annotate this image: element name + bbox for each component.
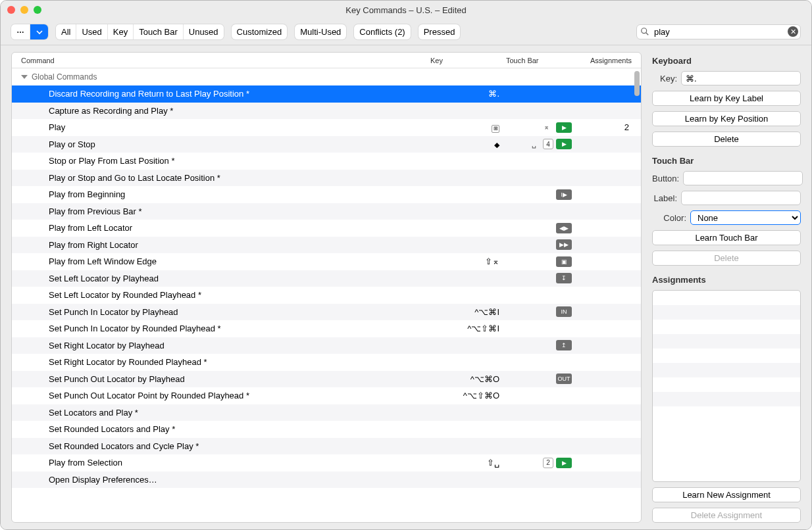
command-name: Set Right Locator by Rounded Playhead * xyxy=(12,357,430,367)
group-header[interactable]: Global Commands xyxy=(12,68,641,85)
toolbar-customized[interactable]: Customized xyxy=(232,24,288,39)
disclosure-icon[interactable] xyxy=(21,75,28,79)
assignments-list[interactable] xyxy=(652,290,801,482)
table-row[interactable]: Play from Right Locator▶▶ xyxy=(12,237,641,254)
touchbar-icon: ◀▶ xyxy=(556,223,572,233)
table-row[interactable]: Set Right Locator by Playhead↥ xyxy=(12,337,641,354)
command-name: Play from Left Locator xyxy=(12,223,430,233)
touchbar-cell: ↧ xyxy=(506,273,578,283)
table-row[interactable]: Play⊞⌅▶2 xyxy=(12,119,641,136)
learn-by-key-position-button[interactable]: Learn by Key Position xyxy=(652,111,801,126)
col-touchbar[interactable]: Touch Bar xyxy=(506,57,578,64)
table-row[interactable]: Set Locators and Play * xyxy=(12,404,641,422)
table-row[interactable]: Play from Selection⇧␣2▶ xyxy=(12,454,641,471)
table-row[interactable]: Play from BeginningI▶ xyxy=(12,186,641,203)
command-name: Play from Right Locator xyxy=(12,240,430,250)
table-row[interactable]: Play from Previous Bar * xyxy=(12,203,641,220)
learn-by-key-label-button[interactable]: Learn by Key Label xyxy=(652,91,801,106)
command-name: Play xyxy=(12,122,430,132)
touchbar-cell: ␣4▶ xyxy=(506,139,578,149)
table-row[interactable]: Play from Left Window Edge⇧⌅▣ xyxy=(12,253,641,270)
command-name: Set Right Locator by Playhead xyxy=(12,341,430,350)
options-menu-icon[interactable] xyxy=(11,24,30,39)
toolbar-conflicts-2-[interactable]: Conflicts (2) xyxy=(354,24,410,39)
delete-key-button[interactable]: Delete xyxy=(652,132,801,147)
table-row[interactable]: Discard Recording and Return to Last Pla… xyxy=(12,85,641,103)
toolbar-multi-used[interactable]: Multi-Used xyxy=(295,24,346,39)
inspector-panel: Keyboard Key: Learn by Key Label Learn b… xyxy=(647,45,811,529)
tb-button-label: Button: xyxy=(652,174,679,183)
command-name: Play from Selection xyxy=(12,458,430,468)
clear-search-icon[interactable]: ✕ xyxy=(788,26,798,37)
tb-button-field[interactable] xyxy=(683,171,803,185)
table-row[interactable]: Set Punch In Locator by Rounded Playhead… xyxy=(12,320,641,337)
delete-assignment-button[interactable]: Delete Assignment xyxy=(652,508,801,523)
command-name: Stop or Play From Last Position * xyxy=(12,156,430,166)
col-command[interactable]: Command xyxy=(12,57,430,64)
table-row[interactable]: Set Right Locator by Rounded Playhead * xyxy=(12,354,641,371)
table-body[interactable]: Global CommandsDiscard Recording and Ret… xyxy=(12,68,641,522)
filter-key[interactable]: Key xyxy=(107,24,133,39)
col-assignments[interactable]: Assignments xyxy=(578,57,641,64)
close-icon[interactable] xyxy=(7,6,15,14)
command-name: Set Left Locator by Playhead xyxy=(12,274,430,283)
command-name: Set Rounded Locators and Play * xyxy=(12,424,430,434)
table-row[interactable]: Set Punch Out Locator by Playhead^⌥⌘OOUT xyxy=(12,371,641,388)
window-title: Key Commands – U.S. – Edited xyxy=(1,5,811,15)
zoom-icon[interactable] xyxy=(34,6,41,14)
filter-touch-bar[interactable]: Touch Bar xyxy=(133,24,183,39)
table-row[interactable]: Open Display Preferences… xyxy=(12,471,641,489)
svg-line-4 xyxy=(646,33,649,36)
command-name: Set Punch In Locator by Playhead xyxy=(12,307,430,317)
content-area: Command Key Touch Bar Assignments Global… xyxy=(1,45,811,529)
tb-color-select[interactable]: None xyxy=(690,210,801,225)
key-field[interactable] xyxy=(681,71,801,85)
table-row[interactable]: Set Left Locator by Rounded Playhead * xyxy=(12,287,641,304)
delete-touchbar-button[interactable]: Delete xyxy=(652,251,801,266)
filter-unused[interactable]: Unused xyxy=(183,24,224,39)
options-group xyxy=(11,24,48,39)
table-row[interactable]: Set Left Locator by Playhead↧ xyxy=(12,270,641,287)
table-row[interactable]: Set Punch In Locator by Playhead^⌥⌘IIN xyxy=(12,304,641,321)
touchbar-icon: ▣ xyxy=(556,256,572,267)
group-label: Global Commands xyxy=(32,72,97,82)
touchbar-icon: OUT xyxy=(556,373,572,384)
touchbar-icon: I▶ xyxy=(556,189,572,200)
options-dropdown-icon[interactable] xyxy=(30,24,48,39)
table-row[interactable]: Play from Left Locator◀▶ xyxy=(12,220,641,237)
learn-touchbar-button[interactable]: Learn Touch Bar xyxy=(652,230,801,245)
tb-label-field[interactable] xyxy=(681,191,801,205)
col-key[interactable]: Key xyxy=(430,57,506,64)
search-input[interactable] xyxy=(636,24,801,39)
minimize-icon[interactable] xyxy=(20,6,28,14)
learn-new-assignment-button[interactable]: Learn New Assignment xyxy=(652,487,801,502)
command-name: Open Display Preferences… xyxy=(12,475,430,485)
touchbar-cell: I▶ xyxy=(506,189,578,200)
toolbar-pressed[interactable]: Pressed xyxy=(419,24,461,39)
command-name: Play or Stop and Go to Last Locate Posit… xyxy=(12,173,430,183)
assignments-cell: 2 xyxy=(578,122,641,132)
table-row[interactable]: Stop or Play From Last Position * xyxy=(12,153,641,170)
command-name: Play from Previous Bar * xyxy=(12,206,430,216)
touchbar-icon: ▶ xyxy=(556,122,572,133)
key-cell: ⊞ xyxy=(430,122,506,133)
key-cell: ⌘. xyxy=(430,89,506,99)
svg-point-0 xyxy=(17,32,18,33)
filter-all[interactable]: All xyxy=(56,24,76,39)
touchbar-cell: 2▶ xyxy=(506,458,578,468)
touchbar-icon: ▶ xyxy=(556,458,572,468)
filter-used[interactable]: Used xyxy=(76,24,107,39)
search-icon xyxy=(640,27,649,36)
table-row[interactable]: Play or Stop and Go to Last Locate Posit… xyxy=(12,170,641,187)
filter-group: AllUsedKeyTouch BarUnused xyxy=(56,24,224,39)
table-row[interactable]: Set Punch Out Locator Point by Rounded P… xyxy=(12,387,641,404)
toolbar: AllUsedKeyTouch BarUnused CustomizedMult… xyxy=(1,19,811,45)
table-row[interactable]: Set Rounded Locators and Cycle Play * xyxy=(12,438,641,455)
table-row[interactable]: Play or Stop◆␣4▶ xyxy=(12,136,641,153)
scroll-thumb[interactable] xyxy=(634,71,640,96)
table-row[interactable]: Set Rounded Locators and Play * xyxy=(12,421,641,438)
touchbar-cell: ▶▶ xyxy=(506,239,578,250)
table-row[interactable]: Capture as Recording and Play * xyxy=(12,103,641,120)
command-name: Play from Left Window Edge xyxy=(12,256,430,266)
commands-table: Command Key Touch Bar Assignments Global… xyxy=(11,52,642,523)
